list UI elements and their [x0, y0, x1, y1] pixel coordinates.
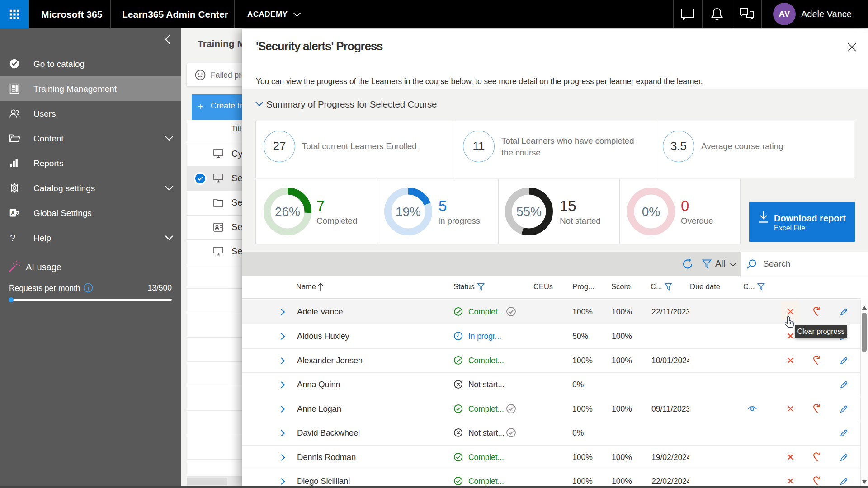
svg-text:A: A [11, 210, 15, 216]
